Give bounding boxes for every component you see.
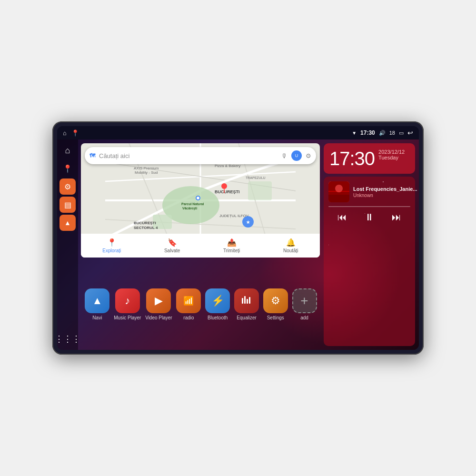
svg-text:SECTORUL 4: SECTORUL 4 — [134, 226, 158, 230]
clock-widget: 17:30 2023/12/12 Tuesday — [324, 143, 415, 174]
music-controls: ⏮ ⏸ ⏭ — [328, 212, 410, 223]
settings-icon: ⚙ — [271, 295, 280, 307]
home-status-icon[interactable]: ⌂ — [63, 129, 67, 137]
music-album-art — [328, 181, 349, 202]
navi-label: Navi — [92, 315, 102, 320]
radio-icon: 📶 — [183, 296, 194, 306]
svg-point-24 — [197, 197, 199, 199]
svg-text:JUDEȚUL ILFOV: JUDEȚUL ILFOV — [219, 214, 249, 218]
user-avatar[interactable]: U — [291, 150, 302, 161]
time-display: 17:30 — [360, 129, 375, 136]
app-radio[interactable]: 📶 radio — [176, 288, 201, 320]
google-maps-logo: 🗺 — [89, 152, 95, 159]
map-nav-explore[interactable]: 📍 Explorați — [102, 238, 121, 253]
map-search-bar[interactable]: 🗺 Căutați aici 🎙 U ⚙ — [85, 147, 316, 164]
map-panel[interactable]: Parcul Natural Văcărești AXIS Premium Mo… — [81, 143, 320, 258]
sidebar: ⌂ 📍 ⚙ ▤ ▲ ⋮⋮⋮ — [57, 139, 78, 350]
sidebar-item-home[interactable]: ⌂ — [60, 142, 76, 159]
back-icon[interactable]: ↩ — [407, 129, 413, 137]
status-bar-left: ⌂ 📍 — [63, 129, 79, 137]
equalizer-icon — [240, 294, 253, 307]
status-bar: ⌂ 📍 ▼ 17:30 🔊 18 ▭ ↩ — [57, 126, 419, 139]
svg-text:Parcul Natural: Parcul Natural — [181, 202, 204, 206]
add-icon: + — [300, 293, 308, 308]
equalizer-label: Equalizer — [237, 315, 257, 320]
video-player-icon: ▶ — [155, 295, 163, 307]
sidebar-item-settings[interactable]: ⚙ — [60, 178, 76, 195]
center-area: Parcul Natural Văcărești AXIS Premium Mo… — [78, 139, 324, 350]
status-bar-right: ▼ 17:30 🔊 18 ▭ ↩ — [352, 129, 413, 137]
news-label: Noutăți — [283, 248, 298, 253]
svg-rect-12 — [248, 181, 272, 200]
device-frame: ⌂ 📍 ▼ 17:30 🔊 18 ▭ ↩ — [52, 121, 424, 355]
explore-label: Explorați — [102, 248, 121, 253]
music-artist: Unknown — [353, 193, 417, 198]
bluetooth-icon: ⚡ — [211, 295, 224, 307]
explore-icon: 📍 — [107, 238, 117, 247]
svg-rect-31 — [244, 296, 246, 304]
music-next-button[interactable]: ⏭ — [392, 212, 401, 223]
app-bluetooth[interactable]: ⚡ Bluetooth — [205, 288, 230, 320]
music-progress-bar[interactable] — [328, 206, 410, 207]
music-widget: Lost Frequencies_Janie... Unknown ⏮ ⏸ ⏭ — [324, 177, 415, 346]
sidebar-item-navigation[interactable]: ▲ — [60, 215, 76, 231]
clock-time: 17:30 — [329, 149, 375, 168]
main-content: ⌂ 📍 ⚙ ▤ ▲ ⋮⋮⋮ — [57, 139, 419, 350]
svg-text:★: ★ — [246, 220, 250, 225]
add-label: add — [300, 315, 308, 320]
album-art-svg — [328, 181, 349, 202]
music-title: Lost Frequencies_Janie... — [353, 186, 417, 192]
share-icon: 📤 — [227, 238, 237, 247]
svg-rect-30 — [242, 298, 243, 304]
clock-date: 2023/12/12 — [378, 149, 405, 155]
svg-text:BUCUREȘTI: BUCUREȘTI — [215, 189, 240, 194]
svg-text:BUCUREȘTI: BUCUREȘTI — [134, 221, 156, 225]
svg-text:Mobility - Sud: Mobility - Sud — [135, 170, 158, 175]
map-nav-saved[interactable]: 🔖 Salvate — [164, 238, 180, 253]
map-nav-news[interactable]: 🔔 Noutăți — [283, 238, 298, 253]
volume-icon: 🔊 — [379, 130, 386, 136]
app-add[interactable]: + add — [292, 288, 317, 320]
map-bottom-bar: 📍 Explorați 🔖 Salvate 📤 Trimiteți � — [81, 234, 320, 258]
mic-icon[interactable]: 🎙 — [281, 152, 288, 159]
clock-date-container: 2023/12/12 Tuesday — [378, 149, 405, 160]
app-video-player[interactable]: ▶ Video Player — [145, 288, 172, 320]
device-screen: ⌂ 📍 ▼ 17:30 🔊 18 ▭ ↩ — [57, 126, 419, 350]
navi-icon: ▲ — [92, 295, 102, 307]
saved-icon: 🔖 — [168, 238, 177, 247]
battery-icon: ▭ — [399, 130, 404, 136]
svg-text:AXIS Premium: AXIS Premium — [134, 166, 159, 170]
radio-label: radio — [183, 315, 194, 320]
svg-rect-33 — [249, 297, 250, 304]
map-search-input[interactable]: Căutați aici — [99, 152, 278, 159]
music-prev-button[interactable]: ⏮ — [337, 212, 347, 223]
video-player-label: Video Player — [145, 315, 172, 320]
svg-point-27 — [221, 183, 227, 189]
music-player-label: Music Player — [114, 315, 141, 320]
maps-status-icon[interactable]: 📍 — [71, 129, 79, 137]
saved-label: Salvate — [164, 248, 180, 253]
app-navi[interactable]: ▲ Navi — [85, 288, 109, 320]
sidebar-grid-button[interactable]: ⋮⋮⋮ — [60, 331, 76, 347]
svg-point-36 — [335, 185, 343, 192]
music-play-pause-button[interactable]: ⏸ — [365, 212, 374, 223]
share-label: Trimiteți — [223, 248, 240, 253]
battery-level: 18 — [389, 130, 395, 136]
clock-day: Tuesday — [378, 155, 405, 160]
app-settings[interactable]: ⚙ Settings — [263, 288, 288, 320]
sidebar-item-files[interactable]: ▤ — [60, 197, 76, 213]
app-music-player[interactable]: ♪ Music Player — [114, 288, 141, 320]
right-panel: 17:30 2023/12/12 Tuesday — [324, 139, 419, 350]
music-player-icon: ♪ — [125, 295, 130, 307]
sidebar-item-maps[interactable]: 📍 — [60, 160, 76, 177]
svg-rect-37 — [328, 195, 349, 202]
map-settings-icon[interactable]: ⚙ — [306, 152, 311, 159]
map-nav-share[interactable]: 📤 Trimiteți — [223, 238, 240, 253]
app-equalizer[interactable]: Equalizer — [234, 288, 259, 320]
news-icon: 🔔 — [286, 238, 296, 247]
svg-text:Văcărești: Văcărești — [182, 207, 197, 210]
svg-rect-32 — [247, 299, 248, 304]
svg-text:TRAPEZULU: TRAPEZULU — [246, 176, 266, 179]
settings-label: Settings — [267, 315, 284, 320]
music-track-info: Lost Frequencies_Janie... Unknown — [328, 181, 410, 202]
